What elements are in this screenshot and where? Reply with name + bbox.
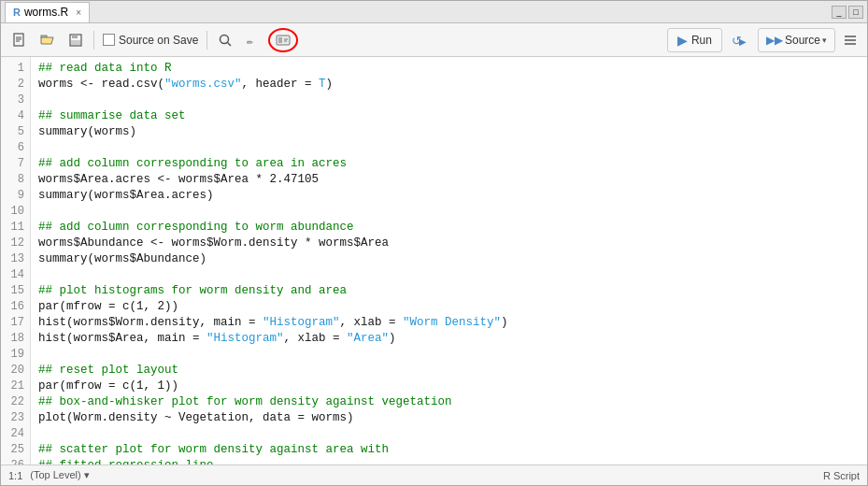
code-line-7: ## add column corresponding to area in a… xyxy=(38,156,860,172)
title-bar: R worms.R × _ □ xyxy=(1,1,867,23)
minimize-button[interactable]: _ xyxy=(832,6,847,19)
insert-chunk-icon xyxy=(276,33,291,48)
search-button[interactable] xyxy=(212,28,238,52)
run-arrow-icon: ▶ xyxy=(677,33,688,48)
new-file-icon xyxy=(12,33,27,48)
code-line-22: ## box-and-whisker plot for worm density… xyxy=(38,394,860,410)
code-line-26: ## fitted regression line xyxy=(38,458,860,465)
svg-rect-12 xyxy=(278,37,282,43)
line-num-10: 10 xyxy=(1,204,30,220)
script-type: R Script xyxy=(823,470,860,481)
code-line-19 xyxy=(38,347,860,363)
run-button[interactable]: ▶ Run xyxy=(667,28,722,52)
file-tab[interactable]: R worms.R × xyxy=(5,2,90,22)
line-num-18: 18 xyxy=(1,331,30,347)
code-line-5: summary(worms) xyxy=(38,124,860,140)
search-icon xyxy=(218,33,233,48)
svg-text:✏: ✏ xyxy=(247,35,253,48)
line-num-17: 17 xyxy=(1,315,30,331)
line-num-6: 6 xyxy=(1,140,30,156)
line-num-20: 20 xyxy=(1,363,30,379)
line-num-15: 15 xyxy=(1,283,30,299)
line-num-11: 11 xyxy=(1,220,30,236)
window-controls: _ □ xyxy=(832,6,863,19)
code-line-15: ## plot histograms for worm density and … xyxy=(38,283,860,299)
code-line-17: hist(worms$Worm.density, main = "Histogr… xyxy=(38,315,860,331)
svg-rect-7 xyxy=(71,40,80,45)
code-line-2: worms <- read.csv("worms.csv", header = … xyxy=(38,77,860,93)
file-name: worms.R xyxy=(24,6,68,19)
code-line-8: worms$Area.acres <- worms$Area * 2.47105 xyxy=(38,172,860,188)
line-num-19: 19 xyxy=(1,347,30,363)
r-file-icon: R xyxy=(13,7,21,18)
line-num-5: 5 xyxy=(1,124,30,140)
code-line-16: par(mfrow = c(1, 2)) xyxy=(38,299,860,315)
line-num-2: 2 xyxy=(1,77,30,93)
line-numbers-gutter: 1 2 3 4 5 6 7 8 9 10 11 12 13 14 15 16 1… xyxy=(1,57,31,465)
code-line-4: ## summarise data set xyxy=(38,108,860,124)
line-num-12: 12 xyxy=(1,236,30,251)
main-window: R worms.R × _ □ xyxy=(0,0,868,486)
new-file-button[interactable] xyxy=(7,28,33,52)
source-label: Source xyxy=(785,34,820,47)
line-num-13: 13 xyxy=(1,251,30,267)
code-line-14 xyxy=(38,267,860,283)
line-num-21: 21 xyxy=(1,379,30,394)
toolbar-right: ▶ Run ↺ ▶ ▶▶ Source ▾ xyxy=(667,28,861,52)
menu-button[interactable] xyxy=(839,28,861,52)
close-tab-button[interactable]: × xyxy=(76,7,81,18)
line-num-25: 25 xyxy=(1,442,30,458)
code-line-18: hist(worms$Area, main = "Histogram", xla… xyxy=(38,331,860,347)
scope-level: (Top Level) ▾ xyxy=(30,469,89,481)
rerun-button[interactable]: ↺ ▶ xyxy=(726,28,754,52)
source-dropdown-icon[interactable]: ▾ xyxy=(822,36,827,45)
source-on-save-label: Source on Save xyxy=(119,34,198,47)
save-icon xyxy=(68,33,83,48)
source-arrow-icon: ▶▶ xyxy=(766,34,783,47)
maximize-button[interactable]: □ xyxy=(848,6,863,19)
open-file-button[interactable] xyxy=(35,28,61,52)
source-on-save-group: Source on Save xyxy=(99,34,202,47)
code-tools-icon: ✏ xyxy=(246,33,261,48)
hamburger-icon xyxy=(844,33,857,48)
save-button[interactable] xyxy=(63,28,89,52)
line-num-8: 8 xyxy=(1,172,30,188)
separator-2 xyxy=(206,31,207,50)
rerun-icon: ↺ ▶ xyxy=(732,33,748,48)
svg-point-8 xyxy=(221,35,229,43)
line-num-16: 16 xyxy=(1,299,30,315)
code-line-13: summary(worms$Abundance) xyxy=(38,251,860,267)
line-num-4: 4 xyxy=(1,108,30,124)
open-file-icon xyxy=(40,33,55,48)
line-num-7: 7 xyxy=(1,156,30,172)
code-line-21: par(mfrow = c(1, 1)) xyxy=(38,379,860,394)
cursor-position: 1:1 xyxy=(8,470,22,481)
code-editor: 1 2 3 4 5 6 7 8 9 10 11 12 13 14 15 16 1… xyxy=(1,57,867,465)
code-line-1: ## read data into R xyxy=(38,61,860,77)
source-on-save-checkbox[interactable] xyxy=(103,34,115,46)
line-num-14: 14 xyxy=(1,267,30,283)
code-line-24 xyxy=(38,426,860,442)
insert-chunk-button[interactable] xyxy=(268,28,298,52)
source-button[interactable]: ▶▶ Source ▾ xyxy=(758,28,835,52)
code-text-area[interactable]: ## read data into R worms <- read.csv("w… xyxy=(31,57,867,465)
svg-rect-6 xyxy=(72,35,78,38)
code-line-10 xyxy=(38,204,860,220)
run-label: Run xyxy=(691,34,712,47)
line-num-1: 1 xyxy=(1,61,30,77)
separator-1 xyxy=(93,31,94,50)
line-num-22: 22 xyxy=(1,394,30,410)
line-num-24: 24 xyxy=(1,426,30,442)
line-num-26: 26 xyxy=(1,458,30,465)
code-line-25: ## scatter plot for worm density against… xyxy=(38,442,860,458)
code-line-9: summary(worms$Area.acres) xyxy=(38,188,860,204)
code-line-23: plot(Worm.density ~ Vegetation, data = w… xyxy=(38,410,860,426)
line-num-9: 9 xyxy=(1,188,30,204)
code-tools-button[interactable]: ✏ xyxy=(240,28,266,52)
code-line-6 xyxy=(38,140,860,156)
code-line-3 xyxy=(38,93,860,108)
toolbar: Source on Save ✏ xyxy=(1,23,867,57)
line-num-3: 3 xyxy=(1,93,30,108)
code-line-20: ## reset plot layout xyxy=(38,363,860,379)
svg-line-9 xyxy=(228,42,232,46)
